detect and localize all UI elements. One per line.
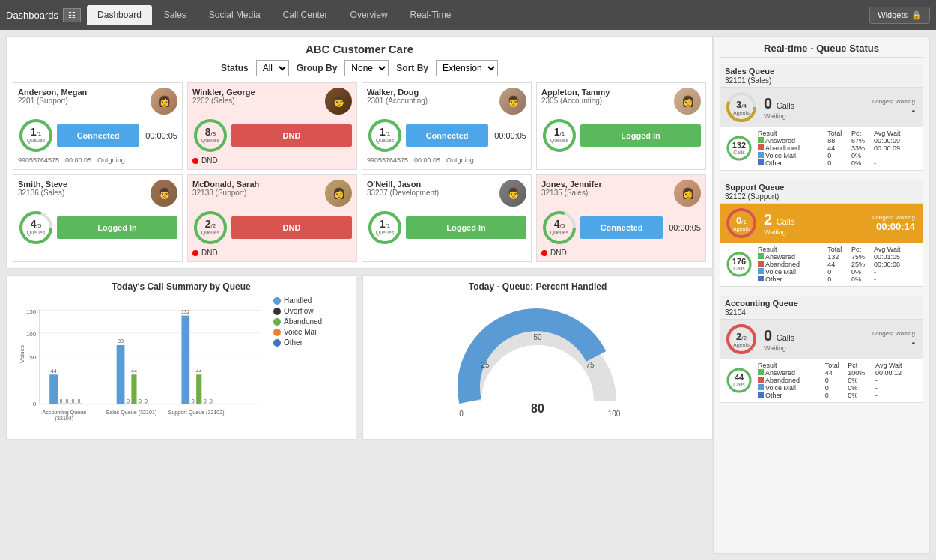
agents-text: Agents — [733, 342, 750, 347]
agent-ext: 33237 (Development) — [367, 189, 439, 197]
stat-total: 0 — [825, 384, 848, 392]
avatar: 👨 — [325, 88, 352, 115]
calls-waiting-label: Waiting — [764, 228, 863, 236]
agents-ring: 0/1 Agents — [725, 207, 758, 240]
ring-text: Queues — [376, 139, 395, 144]
calls-text: Calls — [732, 266, 746, 272]
stat-avg: 00:00:12 — [875, 369, 918, 377]
tab-real-time[interactable]: Real-Time — [400, 5, 462, 25]
ring-num: 1/1 — [376, 219, 395, 230]
svg-text:44: 44 — [196, 368, 202, 374]
agent-info: McDonald, Sarah 32138 (Support) — [192, 180, 259, 197]
legend-other: Other — [273, 338, 350, 347]
tab-dashboard[interactable]: Dashboard — [87, 5, 152, 25]
charts-row: Today's Call Summary by Queue 150 100 50 — [6, 275, 713, 440]
agents-ring: 3/4 Agents — [725, 91, 758, 124]
agent-ext: 2301 (Accounting) — [367, 97, 428, 105]
widgets-button[interactable]: Widgets 🔒 — [869, 7, 930, 24]
calls-ring: 176 Calls — [725, 250, 753, 279]
ring-label: 1/1 Queues — [550, 127, 569, 144]
stat-total: 88 — [827, 137, 851, 144]
calls-waiting-num: 0 Calls — [764, 327, 863, 344]
status-time: 00:00:05 — [494, 131, 526, 140]
stat-total: 0 — [827, 159, 851, 167]
agent-card: Smith, Steve 32136 (Sales) 👨 4 — [13, 174, 183, 262]
agent-info: Walker, Doug 2301 (Accounting) — [367, 88, 428, 105]
legend-abandoned: Abandoned — [273, 317, 350, 326]
avatar: 👨 — [499, 88, 526, 115]
queue-header: Accounting Queue 32104 — [720, 296, 923, 320]
ring-text: Queues — [27, 231, 46, 237]
ring-container: 4/5 Queues — [18, 210, 54, 246]
longest-waiting-val: 00:00:14 — [872, 221, 915, 232]
agent-name: Winkler, George — [192, 88, 255, 97]
agent-card: Walker, Doug 2301 (Accounting) 👨 — [362, 82, 532, 170]
stat-avg: 00:00:09 — [874, 137, 918, 144]
legend-handled-icon — [273, 297, 281, 305]
tab-call-center[interactable]: Call Center — [273, 5, 338, 25]
legend-other-icon — [273, 339, 281, 347]
svg-text:0: 0 — [145, 398, 148, 404]
agent-direction: Outgoing — [446, 156, 474, 164]
svg-rect-41 — [117, 345, 125, 404]
ring-container: 8/8 Queues — [192, 118, 228, 153]
ring-container: 1/1 Queues — [367, 118, 403, 153]
stat-label: Abandoned — [758, 377, 825, 384]
calls-waiting-num: 2 Calls — [764, 211, 863, 228]
stat-label: Answered — [758, 253, 827, 261]
queue-stats: Result Total Pct Avg Wait Answered 88 67… — [758, 130, 918, 167]
tab-social-media[interactable]: Social Media — [198, 5, 271, 25]
agents-num: 3/4 — [733, 99, 750, 110]
dnd-label: DND — [201, 156, 218, 165]
avatar: 👩 — [151, 88, 177, 115]
svg-text:25: 25 — [481, 361, 490, 369]
svg-text:Sales Queue (32101): Sales Queue (32101) — [106, 410, 156, 416]
stat-avg: 00:01:05 — [874, 253, 918, 261]
agent-header: Smith, Steve 32136 (Sales) 👨 — [18, 180, 177, 207]
status-select[interactable]: All — [256, 60, 289, 76]
stat-pct: 75% — [851, 253, 874, 261]
ring-num: 8/8 — [201, 127, 220, 138]
stats-table: Result Total Pct Avg Wait Answered 132 7… — [758, 246, 918, 283]
agent-name: Appleton, Tammy — [541, 88, 610, 97]
groupby-select[interactable]: None — [344, 60, 389, 76]
stat-total: 0 — [827, 276, 851, 283]
ring-label: 1/1 Queues — [27, 127, 46, 144]
calls-waiting-label: Waiting — [764, 112, 863, 120]
col-total: Total — [827, 130, 851, 137]
stat-total: 0 — [825, 377, 848, 384]
agent-ext: 2201 (Support) — [18, 97, 87, 105]
tab-sales[interactable]: Sales — [154, 5, 197, 25]
calls-ring: 44 Calls — [725, 366, 753, 395]
queue-name: Accounting Queue — [725, 299, 798, 308]
ring-label: 1/1 Queues — [376, 219, 395, 236]
svg-text:0: 0 — [204, 398, 207, 404]
agent-card: Anderson, Megan 2201 (Support) 👩 — [13, 82, 183, 170]
stat-row: Other 0 0% - — [758, 159, 918, 167]
agents-num: 0/1 — [733, 215, 750, 226]
legend-handled-label: Handled — [284, 296, 312, 305]
agent-status-row: 2/2 Queues DND — [192, 210, 352, 246]
stat-row: Voice Mail 0 0% - — [758, 152, 918, 159]
queue-status-row: 3/4 Agents 0 Calls Waiting Longest Waiti… — [720, 88, 923, 127]
tab-overview[interactable]: Overview — [340, 5, 398, 25]
col-pct: Pct — [851, 130, 874, 137]
status-time: 00:00:05 — [669, 223, 701, 232]
status-badge: Logged In — [57, 216, 177, 239]
agent-info: Smith, Steve 32136 (Sales) — [18, 180, 67, 197]
legend-handled: Handled — [273, 296, 350, 305]
brand-icon[interactable]: ☷ — [63, 8, 81, 22]
bar-chart-legend: Handled Overflow Abandoned Voice Ma — [267, 296, 350, 433]
stat-pct: 100% — [848, 369, 875, 377]
status-label: Status — [221, 63, 249, 73]
queue-id: 32104 — [725, 308, 746, 317]
svg-text:(32104): (32104) — [55, 416, 74, 421]
ring-container: 2/2 Queues — [192, 210, 228, 246]
col-total: Total — [825, 362, 848, 369]
dnd-indicator: DND — [192, 156, 352, 165]
stat-pct: 0% — [848, 377, 875, 384]
legend-other-label: Other — [284, 338, 303, 347]
sortby-select[interactable]: Extension — [436, 60, 498, 76]
svg-text:0: 0 — [210, 398, 213, 404]
stat-avg: - — [874, 159, 918, 167]
